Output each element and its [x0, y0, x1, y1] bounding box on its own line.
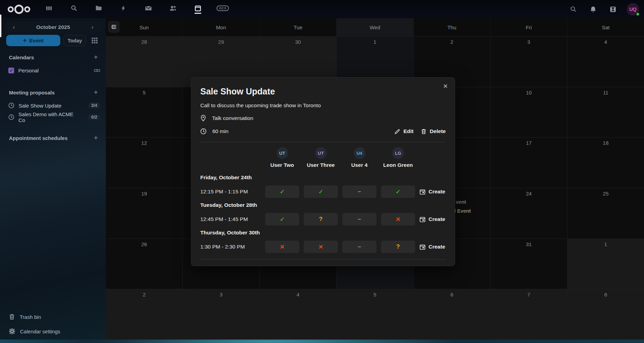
edit-proposal-button[interactable]: Edit — [394, 128, 413, 134]
delete-label: Delete — [430, 128, 446, 134]
edit-label: Edit — [403, 128, 413, 134]
day-cell[interactable]: 10 — [491, 87, 567, 138]
weekday-header: Wed — [336, 18, 413, 36]
add-appointment-schedule-button[interactable]: + — [91, 133, 101, 143]
day-cell[interactable]: 25 — [567, 188, 644, 239]
day-cell[interactable]: 28 — [106, 37, 183, 87]
new-event-button[interactable]: + Event — [6, 35, 60, 46]
sidebar-controls: + Event Today — [6, 35, 100, 46]
availability-status-no: ✕ — [381, 213, 415, 225]
availability-status-none: – — [342, 185, 376, 198]
attendee-name: User 4 — [351, 162, 368, 168]
app-dashboard[interactable] — [41, 2, 57, 17]
view-switcher-button[interactable] — [89, 36, 100, 46]
contacts-menu-icon — [610, 6, 616, 13]
contacts-menu-button[interactable] — [607, 3, 619, 16]
weekday-header: Thu — [414, 18, 491, 36]
day-cell[interactable]: 12 — [106, 138, 183, 188]
avatar-initials: UQ — [630, 7, 637, 12]
share-link-button[interactable] — [94, 67, 100, 74]
plus-icon: + — [23, 37, 27, 44]
day-cell[interactable]: 4 — [567, 37, 644, 87]
proposal-time-slot: 12:45 PM - 1:45 PM — [200, 216, 261, 222]
day-cell[interactable]: 3 — [491, 37, 567, 87]
availability-status-no: ✕ — [304, 241, 338, 253]
day-cell[interactable]: 26 — [106, 239, 183, 289]
app-activity[interactable] — [116, 2, 131, 17]
calendar-settings-button[interactable]: Calendar settings — [6, 326, 60, 337]
delete-proposal-button[interactable]: Delete — [421, 128, 446, 134]
add-calendar-button[interactable]: + — [91, 52, 101, 62]
proposal-location: Talk conversation — [212, 115, 253, 121]
current-month-label[interactable]: October 2025 — [21, 24, 85, 30]
today-button[interactable]: Today — [63, 35, 86, 46]
day-cell[interactable]: 3 — [183, 289, 260, 340]
trash-bin-button[interactable]: Trash bin — [6, 311, 41, 322]
create-event-button[interactable]: Create — [420, 216, 445, 222]
day-number: 1 — [567, 241, 644, 247]
day-cell[interactable]: 8 — [567, 289, 644, 340]
day-cell[interactable]: 17 — [491, 138, 567, 188]
modal-divider-top — [200, 142, 446, 142]
day-cell[interactable]: 11 — [567, 87, 644, 138]
previous-month-button[interactable]: ‹ — [6, 21, 21, 33]
left-scrollbar[interactable] — [0, 14, 1, 37]
next-month-button[interactable]: › — [85, 21, 100, 33]
day-cell[interactable]: 31 — [491, 239, 567, 289]
collapse-sidebar-button[interactable] — [108, 21, 120, 33]
proposal-list-item[interactable]: Sales Demo with ACME Co0/2 — [6, 112, 103, 122]
weekday-header: Fri — [491, 18, 567, 36]
create-event-button[interactable]: Create — [420, 189, 445, 195]
mail-icon — [145, 5, 152, 12]
app-mail[interactable] — [141, 2, 156, 17]
day-cell[interactable]: 4 — [260, 289, 336, 340]
day-number: 31 — [491, 241, 567, 247]
appointments-section-header: Appointment schedules + — [9, 133, 101, 143]
attendee-column-header: UTUser Three — [304, 147, 338, 172]
lightning-icon — [120, 5, 127, 12]
proposals-section-header: Meeting proposals + — [9, 87, 101, 98]
day-cell[interactable]: 24 — [491, 188, 567, 239]
weekday-header: Mon — [183, 18, 260, 36]
user-avatar[interactable]: UQ — [627, 3, 639, 16]
day-cell[interactable]: 2 — [106, 289, 183, 340]
proposal-count-badge: 0/2 — [88, 114, 100, 120]
day-cell[interactable]: 19 — [106, 188, 183, 239]
search-icon — [570, 6, 576, 12]
create-event-button[interactable]: Create — [420, 244, 445, 250]
day-number: 24 — [491, 191, 567, 196]
proposal-time-slot: 12:15 PM - 1:15 PM — [200, 189, 261, 195]
app-calendar[interactable] — [190, 2, 205, 17]
dashboard-icon — [46, 5, 52, 12]
app-search[interactable] — [66, 2, 81, 17]
proposal-duration: 60 min — [212, 128, 229, 134]
create-calendar-icon — [420, 189, 425, 195]
app-files[interactable] — [91, 2, 106, 17]
calendar-checkbox[interactable]: ✓ — [8, 68, 14, 73]
day-cell[interactable]: 7 — [491, 289, 567, 340]
close-modal-button[interactable]: ✕ — [440, 80, 451, 92]
modal-divider-bottom — [200, 259, 446, 260]
availability-status-yes: ✓ — [381, 185, 415, 198]
link-icon — [94, 67, 100, 74]
proposal-day-label: Thursday, October 30th — [200, 227, 458, 239]
online-status-dot — [636, 12, 640, 16]
proposal-list-item[interactable]: Sale Show Update3/4 — [6, 100, 103, 111]
day-cell[interactable]: 1 — [567, 239, 644, 289]
create-label: Create — [429, 244, 445, 250]
calendar-item-personal[interactable]: ✓ Personal — [6, 65, 103, 75]
day-cell[interactable]: 5 — [336, 289, 413, 340]
day-cell[interactable]: 6 — [414, 289, 491, 340]
notifications-button[interactable] — [587, 3, 599, 16]
nextcloud-logo[interactable] — [6, 3, 32, 16]
day-number: 26 — [106, 241, 182, 247]
app-contacts[interactable] — [165, 2, 181, 17]
app-ocs[interactable]: OCS — [215, 2, 230, 17]
day-number: 3 — [183, 292, 259, 297]
day-cell[interactable]: 5 — [106, 87, 183, 138]
unified-search-button[interactable] — [567, 3, 579, 16]
day-number: 29 — [183, 39, 259, 45]
add-proposal-button[interactable]: + — [91, 87, 101, 98]
nextcloud-logo-icon — [7, 3, 31, 15]
day-cell[interactable]: 18 — [567, 138, 644, 188]
